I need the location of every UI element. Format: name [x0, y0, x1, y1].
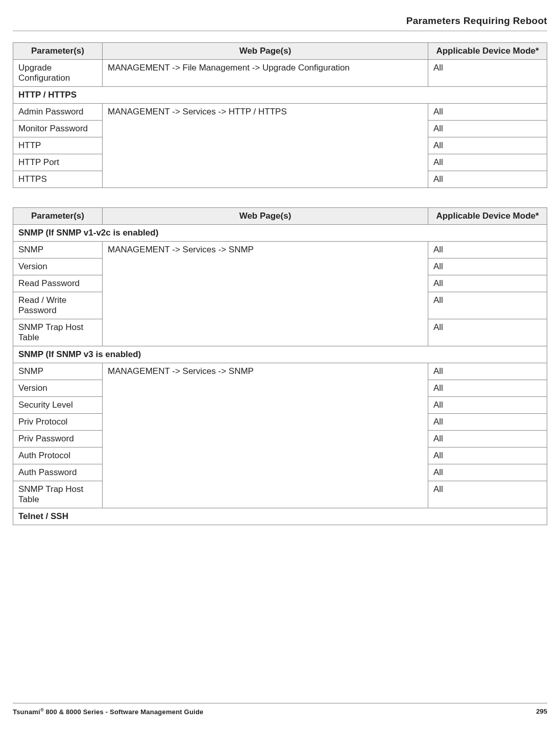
param-cell: Security Level [13, 397, 103, 414]
mode-cell: All [428, 60, 547, 87]
param-cell: Version [13, 380, 103, 397]
mode-cell: All [428, 258, 547, 275]
mode-cell: All [428, 121, 547, 137]
section-label: Telnet / SSH [13, 508, 547, 525]
section-row-http: HTTP / HTTPS [13, 87, 547, 104]
mode-cell: All [428, 137, 547, 154]
col-header-parameters: Parameter(s) [13, 43, 103, 60]
page-cell: MANAGEMENT -> Services -> SNMP [103, 242, 428, 346]
table-header-row: Parameter(s) Web Page(s) Applicable Devi… [13, 43, 547, 60]
page-footer: Tsunami® 800 & 8000 Series - Software Ma… [13, 703, 547, 716]
page-cell: MANAGEMENT -> File Management -> Upgrade… [103, 60, 428, 87]
mode-cell: All [428, 242, 547, 258]
header-divider [13, 31, 547, 31]
footer-page-number: 295 [536, 708, 547, 715]
parameters-table-2: Parameter(s) Web Page(s) Applicable Devi… [13, 207, 547, 525]
mode-cell: All [428, 104, 547, 121]
mode-cell: All [428, 414, 547, 431]
param-cell: Version [13, 258, 103, 275]
mode-cell: All [428, 397, 547, 414]
mode-cell: All [428, 319, 547, 346]
param-cell: Auth Password [13, 464, 103, 481]
section-row-snmp-v3: SNMP (If SNMP v3 is enabled) [13, 346, 547, 363]
section-row-snmp-v12: SNMP (If SNMP v1-v2c is enabled) [13, 225, 547, 242]
page-cell: MANAGEMENT -> Services -> HTTP / HTTPS [103, 104, 428, 188]
param-cell: Admin Password [13, 104, 103, 121]
col-header-parameters: Parameter(s) [13, 208, 103, 225]
param-cell: Upgrade Configuration [13, 60, 103, 87]
footer-doc-title: Tsunami® 800 & 8000 Series - Software Ma… [13, 708, 203, 716]
col-header-webpages: Web Page(s) [103, 43, 428, 60]
mode-cell: All [428, 292, 547, 319]
mode-cell: All [428, 380, 547, 397]
table-row: SNMP MANAGEMENT -> Services -> SNMP All [13, 363, 547, 380]
param-cell: HTTPS [13, 171, 103, 188]
param-cell: SNMP [13, 242, 103, 258]
table-row: Admin Password MANAGEMENT -> Services ->… [13, 104, 547, 121]
param-cell: Priv Protocol [13, 414, 103, 431]
param-cell: HTTP Port [13, 154, 103, 171]
section-label: SNMP (If SNMP v3 is enabled) [13, 346, 547, 363]
page-title: Parameters Requiring Reboot [13, 15, 547, 27]
mode-cell: All [428, 171, 547, 188]
mode-cell: All [428, 448, 547, 464]
section-row-telnet: Telnet / SSH [13, 508, 547, 525]
param-cell: Read / Write Password [13, 292, 103, 319]
col-header-mode: Applicable Device Mode* [428, 43, 547, 60]
mode-cell: All [428, 363, 547, 380]
mode-cell: All [428, 464, 547, 481]
section-label: SNMP (If SNMP v1-v2c is enabled) [13, 225, 547, 242]
mode-cell: All [428, 481, 547, 508]
param-cell: Priv Password [13, 431, 103, 448]
param-cell: Monitor Password [13, 121, 103, 137]
col-header-mode: Applicable Device Mode* [428, 208, 547, 225]
table-header-row: Parameter(s) Web Page(s) Applicable Devi… [13, 208, 547, 225]
page-cell: MANAGEMENT -> Services -> SNMP [103, 363, 428, 508]
col-header-webpages: Web Page(s) [103, 208, 428, 225]
section-label: HTTP / HTTPS [13, 87, 547, 104]
param-cell: Read Password [13, 275, 103, 292]
table-row: Upgrade Configuration MANAGEMENT -> File… [13, 60, 547, 87]
param-cell: HTTP [13, 137, 103, 154]
parameters-table-1: Parameter(s) Web Page(s) Applicable Devi… [13, 42, 547, 188]
mode-cell: All [428, 154, 547, 171]
param-cell: SNMP Trap Host Table [13, 319, 103, 346]
param-cell: SNMP [13, 363, 103, 380]
table-row: SNMP MANAGEMENT -> Services -> SNMP All [13, 242, 547, 258]
param-cell: SNMP Trap Host Table [13, 481, 103, 508]
mode-cell: All [428, 431, 547, 448]
mode-cell: All [428, 275, 547, 292]
param-cell: Auth Protocol [13, 448, 103, 464]
